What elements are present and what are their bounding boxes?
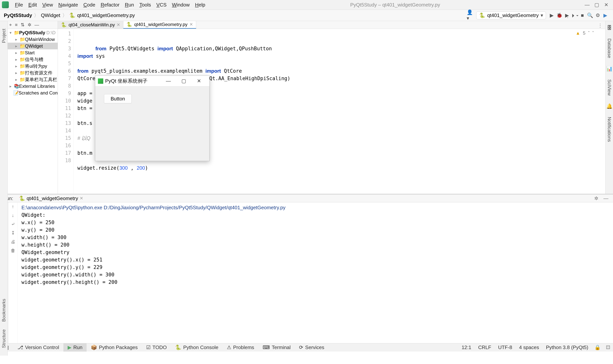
tree-folder-QWidget[interactable]: ▸📁QWidget — [8, 43, 58, 49]
qt-maximize-button[interactable]: ▢ — [176, 78, 191, 84]
statusbar-info[interactable]: 4 spaces — [516, 344, 543, 351]
database-tool-button[interactable]: Database — [607, 39, 612, 58]
clear-button[interactable]: 🗑 — [11, 248, 15, 253]
minimize-button[interactable]: — — [582, 2, 592, 8]
down-stack-button[interactable]: ↓ — [12, 213, 14, 218]
statusbar-services[interactable]: ⟳Services — [295, 343, 329, 351]
print-button[interactable]: 🖨 — [11, 239, 15, 245]
tree-folder-菜单栏与工具栏[interactable]: ▸📁菜单栏与工具栏 — [8, 76, 58, 83]
notifications-tool-button[interactable]: Notifications — [607, 117, 612, 142]
tree-folder-QMainWindow[interactable]: ▸📁QMainWindow — [8, 36, 58, 43]
statusbar-info[interactable]: Python 3.8 (PyQt5) — [543, 344, 592, 351]
run-settings-icon[interactable]: ✲ — [591, 195, 601, 201]
close-tab-icon[interactable]: ✕ — [117, 22, 120, 27]
project-toolbar: ⌖ ≡ ⇅ ✲ — — [8, 21, 58, 29]
collapse-all-icon[interactable]: ⇅ — [21, 22, 25, 27]
ide-status-icon[interactable]: ⚃ — [603, 344, 613, 351]
up-stack-button[interactable]: ↑ — [12, 204, 14, 209]
project-tool-button[interactable]: Project — [1, 29, 7, 43]
run-tab[interactable]: 🐍 qt401_widgetGeometry ✕ — [17, 195, 85, 202]
sciview-tool-button[interactable]: SciView — [607, 79, 612, 96]
tree-folder-将ui转为py[interactable]: ▸📁将ui转为py — [8, 63, 58, 69]
services-icon: ⟳ — [299, 344, 303, 351]
scroll-end-button[interactable]: ↧ — [11, 230, 15, 236]
soft-wrap-button[interactable]: ⤶ — [11, 221, 15, 227]
menu-refactor[interactable]: Refactor — [98, 2, 122, 8]
external-libraries-node[interactable]: ▸📚External Libraries — [8, 83, 58, 90]
python-file-icon: 🐍 — [69, 13, 75, 18]
coverage-button[interactable]: ▶̣ — [563, 12, 571, 19]
menu-navigate[interactable]: Navigate — [56, 2, 81, 8]
menu-run[interactable]: Run — [122, 2, 137, 8]
menu-tools[interactable]: Tools — [137, 2, 154, 8]
maximize-button[interactable]: ▢ — [592, 2, 601, 8]
qt-push-button[interactable]: Button — [104, 94, 132, 103]
profile-button[interactable]: ⏵▾ — [571, 12, 579, 19]
editor-gutter[interactable]: 123456789101112131415161718 — [58, 29, 74, 194]
user-icon[interactable]: 👤▾ — [467, 12, 474, 19]
breadcrumb-folder[interactable]: QWidget — [41, 13, 60, 18]
structure-tool-button[interactable]: Structure — [1, 329, 7, 348]
tabs-more-icon[interactable]: ⋮ — [595, 23, 605, 29]
menu-view[interactable]: View — [40, 2, 56, 8]
statusbar-python-console[interactable]: 🐍Python Console — [171, 343, 223, 351]
qt-minimize-button[interactable]: — — [161, 78, 176, 84]
editor-tab[interactable]: 🐍qt401_widgetGeometry.py✕ — [123, 21, 196, 29]
prev-highlight-icon[interactable]: ˆ — [588, 30, 590, 36]
statusbar-info[interactable]: CRLF — [475, 344, 495, 351]
close-icon[interactable]: ✕ — [80, 196, 83, 201]
statusbar-todo[interactable]: ☑TODO — [142, 343, 171, 351]
project-tree[interactable]: ▾📁PyQt5StudyD:\D▸📁QMainWindow▸📁QWidget▸📁… — [8, 29, 58, 194]
hide-run-icon[interactable]: — — [601, 195, 610, 201]
settings-icon[interactable]: ✲ — [28, 22, 31, 27]
statusbar-info[interactable]: UTF-8 — [495, 344, 516, 351]
sciview-icon[interactable]: 📊 — [606, 66, 613, 72]
breadcrumb-root[interactable]: PyQt5Study — [4, 13, 32, 18]
menu-edit[interactable]: Edit — [26, 2, 40, 8]
debug-button[interactable]: 🐞 — [556, 12, 563, 19]
menu-file[interactable]: File — [12, 2, 26, 8]
qt-titlebar[interactable]: PyQt 坐标系统例子 — ▢ ✕ — [95, 76, 209, 86]
statusbar-run[interactable]: ▶Run — [63, 343, 87, 351]
editor-tab[interactable]: 🐍qt04_closeMainWin.py✕ — [58, 21, 123, 29]
menu-window[interactable]: Window — [169, 2, 192, 8]
select-opened-file-icon[interactable]: ⌖ — [9, 22, 12, 27]
statusbar-python-packages[interactable]: 📦Python Packages — [87, 343, 142, 351]
search-everywhere-button[interactable]: 🔍 — [586, 12, 594, 19]
qt-app-window[interactable]: PyQt 坐标系统例子 — ▢ ✕ Button — [95, 76, 209, 161]
menu-vcs[interactable]: VCS — [154, 2, 169, 8]
main-area: Project ⌖ ≡ ⇅ ✲ — ▾📁PyQt5StudyD:\D▸📁QMai… — [0, 21, 613, 194]
menu-code[interactable]: Code — [81, 2, 98, 8]
console-output[interactable]: E:\anaconda\envs\PyQt5\python.exe D:/Din… — [18, 202, 613, 343]
notifications-icon[interactable]: 🔔 — [606, 103, 613, 109]
statusbar-terminal[interactable]: ⌨Terminal — [258, 343, 295, 351]
run-configuration-selector[interactable]: 🐍 qt401_widgetGeometry ▾ — [476, 12, 546, 19]
qt-window-title: PyQt 坐标系统例子 — [105, 78, 161, 84]
close-window-button[interactable]: ✕ — [601, 2, 611, 8]
readonly-lock-icon[interactable]: 🔒 — [592, 344, 603, 351]
hide-icon[interactable]: — — [34, 22, 39, 27]
tree-folder-Start[interactable]: ▸📁Start — [8, 49, 58, 56]
menu-help[interactable]: Help — [192, 2, 208, 8]
stop-button[interactable]: ■ — [579, 12, 586, 19]
project-root-node[interactable]: ▾📁PyQt5StudyD:\D — [8, 29, 58, 36]
breadcrumb-file[interactable]: qt401_widgetGeometry.py — [77, 13, 135, 18]
tree-folder-打包资源文件[interactable]: ▸📁打包资源文件 — [8, 69, 58, 76]
scratches-node[interactable]: 📝Scratches and Con — [8, 90, 58, 96]
statusbar-info[interactable]: 12:1 — [458, 344, 475, 351]
window-title: PyQt5Study – qt401_widgetGeometry.py — [208, 2, 582, 8]
qt-close-button[interactable]: ✕ — [191, 78, 207, 84]
run-button[interactable]: ▶ — [548, 12, 556, 19]
ide-scripting-button[interactable]: ▶ — [601, 12, 609, 19]
breadcrumbs[interactable]: PyQt5Study 〉 QWidget 〉 🐍 qt401_widgetGeo… — [4, 12, 135, 19]
expand-all-icon[interactable]: ≡ — [15, 22, 18, 27]
next-highlight-icon[interactable]: ˇ — [592, 30, 594, 36]
close-tab-icon[interactable]: ✕ — [189, 22, 193, 27]
bookmarks-tool-button[interactable]: Bookmarks — [1, 299, 7, 322]
database-icon[interactable]: 🗄 — [607, 25, 612, 31]
statusbar-version-control[interactable]: ⎇Version Control — [13, 343, 63, 351]
tree-folder-信号与槽[interactable]: ▸📁信号与槽 — [8, 56, 58, 63]
settings-button[interactable]: ⚙ — [594, 12, 601, 19]
inspection-widget[interactable]: ▲ 5 ˆ ˇ — [576, 30, 594, 36]
statusbar-problems[interactable]: ⚠Problems — [223, 343, 258, 351]
